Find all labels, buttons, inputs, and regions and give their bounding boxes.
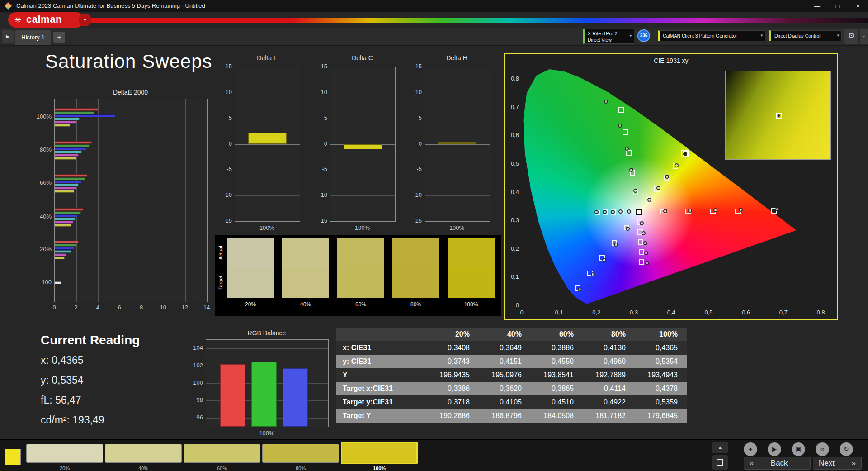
table-header-cell: 100% [635, 328, 687, 341]
y-axis-label: 5 [214, 114, 232, 121]
reading-cdm2: cd/m²: 193,49 [41, 410, 140, 430]
y-axis-label: 100 [30, 279, 52, 285]
table-cell: 190,2686 [427, 409, 479, 423]
next-button[interactable]: Next » [813, 457, 862, 470]
meter-dropdown[interactable]: X-Rite i1Pro 2 Direct View ▼ [583, 29, 634, 44]
bar [248, 133, 287, 144]
swatch-target [282, 268, 329, 298]
bar [55, 181, 82, 183]
cie-measured-point [688, 209, 692, 213]
pattern-thumbnail-60%[interactable] [184, 444, 260, 463]
maximize-button[interactable]: □ [827, 0, 848, 12]
minimize-button[interactable]: — [807, 0, 827, 12]
bar [55, 247, 74, 250]
x-axis-label: 0 [514, 309, 530, 316]
y-axis-label: 15 [404, 63, 422, 70]
pattern-thumbnail-label: 100% [341, 466, 418, 471]
cie-zoom-inset [725, 71, 831, 160]
next-chevron-icon: » [852, 459, 856, 468]
bar [55, 224, 71, 227]
cie-inset-measured-dot [778, 114, 780, 117]
y-axis-label: -15 [404, 217, 422, 224]
bar [55, 111, 94, 114]
swatch-target [392, 268, 439, 298]
bar [55, 118, 80, 120]
table-cell: 0,3886 [531, 341, 583, 355]
bar-blue [283, 368, 308, 427]
display-control-label: Direct Display Control [774, 33, 821, 38]
cie-measured-point [656, 186, 660, 190]
tab-history-1[interactable]: History 1 [15, 30, 51, 45]
gridline [425, 144, 490, 145]
title-bar: Calman 2023 Calman Ultimate for Business… [0, 0, 868, 12]
back-button[interactable]: « Back [744, 457, 811, 470]
y-axis-label: 5 [309, 114, 327, 121]
bar [55, 154, 79, 157]
pattern-thumbnail-100%[interactable] [341, 442, 418, 464]
y-axis-label: -10 [214, 191, 232, 198]
cie-current-point [681, 150, 689, 157]
refresh-icon[interactable]: ↻ [840, 442, 853, 456]
cie-target-point [639, 249, 644, 255]
gridline [76, 99, 77, 302]
table-cell: 0,5354 [635, 355, 687, 368]
link-icon[interactable]: ∞ [816, 442, 829, 456]
bar [55, 211, 81, 214]
table-row: Target y:CIE310,37180,41050,45100,49220,… [336, 395, 687, 409]
table-cell: 0,4105 [479, 395, 531, 409]
swatch-label: 20% [227, 301, 274, 308]
table-cell: 186,8796 [479, 409, 531, 423]
chart-title: Delta L [235, 54, 299, 62]
pattern-thumbnail-20%[interactable] [26, 444, 103, 463]
rgb-balance-chart: RGB Balance1041021009896100% [181, 329, 335, 436]
panel-toggle-button[interactable] [712, 455, 728, 470]
save-icon[interactable]: ▣ [792, 442, 805, 456]
pattern-generator-dropdown[interactable]: CalMAN Client 3 Pattern Generator ▼ [658, 30, 765, 41]
cie-chart-title: CIE 1931 xy [505, 57, 837, 64]
swatch-strip: Actual Target 20%40%60%80%100% [215, 235, 501, 316]
y-axis-label: 0 [404, 140, 422, 147]
table-header-cell [336, 328, 427, 341]
x-axis-label: 0 [47, 304, 61, 311]
cie-target-point [626, 150, 632, 156]
table-cell: 193,8541 [531, 368, 583, 382]
brand-row: ✳ calman ▼ [0, 12, 868, 28]
pattern-thumbnail-80%[interactable] [262, 444, 339, 463]
collapse-panel-button[interactable]: ▲ [712, 442, 728, 453]
bar [55, 244, 76, 247]
y-axis-label: 96 [185, 414, 203, 421]
delta-l-chart: Delta L151050-5-10-15100% [206, 54, 303, 244]
gridline [235, 144, 300, 145]
bar [55, 151, 82, 153]
swatch-actual [337, 238, 384, 268]
record-icon[interactable]: ● [744, 442, 757, 456]
actual-row-label: Actual [218, 239, 223, 267]
display-control-dropdown[interactable]: Direct Display Control ▼ [769, 30, 842, 41]
delta-h-chart: Delta H151050-5-10-15100% [396, 54, 493, 244]
y-axis-label: 10 [214, 89, 232, 95]
y-axis-label: 98 [185, 396, 203, 403]
chevron-down-icon: ▼ [836, 31, 840, 41]
chart-title: DeltaE 2000 [54, 89, 207, 96]
overflow-button[interactable]: ▸ [860, 29, 868, 44]
play-icon[interactable]: ▶ [768, 442, 781, 456]
table-header-cell: 40% [479, 328, 531, 341]
bar [55, 221, 73, 224]
swatch-target [337, 268, 384, 298]
tab-nav-button[interactable]: ▶ [2, 30, 14, 43]
bar [55, 208, 83, 211]
cie-white-point [636, 209, 642, 215]
add-tab-button[interactable]: + [53, 32, 65, 43]
gridline [206, 348, 328, 349]
table-header-row: 20%40%60%80%100% [336, 328, 687, 341]
gear-icon[interactable]: ⚙ [844, 29, 858, 44]
close-button[interactable]: × [848, 0, 868, 12]
y-axis-label: -15 [309, 217, 327, 224]
logo-menu-button[interactable]: ▼ [79, 14, 91, 26]
y-axis-label: -5 [309, 166, 327, 172]
pattern-thumbnail-40%[interactable] [105, 444, 182, 463]
swatch-label: 40% [282, 301, 329, 308]
mini-plot [330, 67, 396, 222]
table-row-label: x: CIE31 [336, 341, 427, 355]
table-row: y: CIE310,37430,41510,45500,49600,5354 [336, 355, 687, 368]
